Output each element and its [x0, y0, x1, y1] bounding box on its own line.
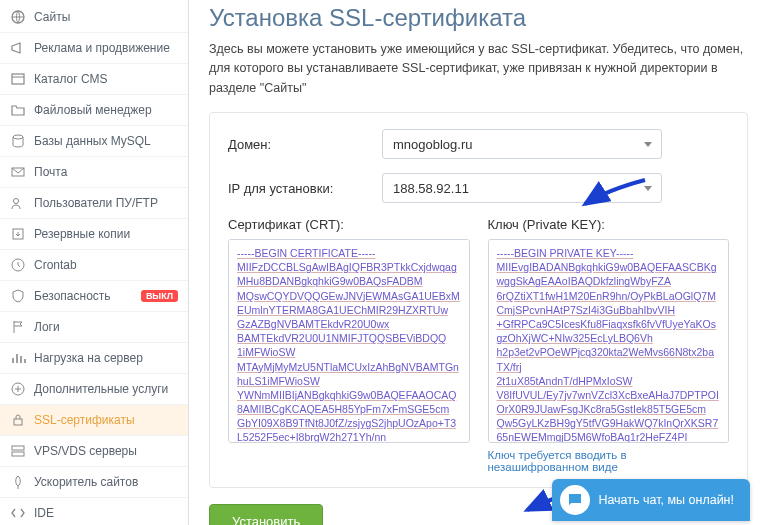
- sidebar-item-8[interactable]: Crontab: [0, 250, 188, 281]
- sidebar-item-label: Базы данных MySQL: [34, 134, 178, 148]
- sidebar-item-14[interactable]: VPS/VDS серверы: [0, 436, 188, 467]
- sidebar-item-4[interactable]: Базы данных MySQL: [0, 126, 188, 157]
- ip-select[interactable]: 188.58.92.11: [382, 173, 662, 203]
- sidebar-item-11[interactable]: Нагрузка на сервер: [0, 343, 188, 374]
- clock-icon: [10, 257, 26, 273]
- lock-icon: [10, 412, 26, 428]
- sidebar-item-9[interactable]: БезопасностьВЫКЛ: [0, 281, 188, 312]
- sidebar-item-16[interactable]: IDE: [0, 498, 188, 525]
- sidebar-item-6[interactable]: Пользователи ПУ/FTP: [0, 188, 188, 219]
- sidebar-item-label: Ускоритель сайтов: [34, 475, 178, 489]
- sidebar-item-0[interactable]: Сайты: [0, 2, 188, 33]
- cert-textarea[interactable]: [228, 239, 470, 443]
- sidebar-item-3[interactable]: Файловый менеджер: [0, 95, 188, 126]
- sidebar-item-1[interactable]: Реклама и продвижение: [0, 33, 188, 64]
- db-icon: [10, 133, 26, 149]
- sidebar-item-12[interactable]: Дополнительные услуги: [0, 374, 188, 405]
- svg-rect-1: [12, 74, 24, 84]
- sidebar-item-5[interactable]: Почта: [0, 157, 188, 188]
- svg-point-2: [13, 135, 23, 139]
- key-textarea[interactable]: [488, 239, 730, 443]
- plus-icon: [10, 381, 26, 397]
- mail-icon: [10, 164, 26, 180]
- domain-select[interactable]: mnogoblog.ru: [382, 129, 662, 159]
- page-description: Здесь вы можете установить уже имеющийся…: [209, 40, 748, 98]
- ssl-install-panel: Домен: mnogoblog.ru IP для установки: 18…: [209, 112, 748, 488]
- backup-icon: [10, 226, 26, 242]
- chat-icon: [560, 485, 590, 515]
- sidebar-item-label: Безопасность: [34, 289, 133, 303]
- sidebar-item-label: Пользователи ПУ/FTP: [34, 196, 178, 210]
- chat-widget[interactable]: Начать чат, мы онлайн!: [552, 479, 750, 521]
- shield-icon: [10, 288, 26, 304]
- sidebar-item-label: Резервные копии: [34, 227, 178, 241]
- catalog-icon: [10, 71, 26, 87]
- badge: ВЫКЛ: [141, 290, 178, 302]
- svg-rect-10: [12, 452, 24, 456]
- svg-rect-8: [14, 419, 22, 425]
- cert-label: Сертификат (CRT):: [228, 217, 470, 232]
- bars-icon: [10, 350, 26, 366]
- sidebar-item-15[interactable]: Ускоритель сайтов: [0, 467, 188, 498]
- sidebar-item-label: Сайты: [34, 10, 178, 24]
- sidebar-item-label: SSL-сертификаты: [34, 413, 178, 427]
- users-icon: [10, 195, 26, 211]
- sidebar-item-label: Почта: [34, 165, 178, 179]
- code-icon: [10, 505, 26, 521]
- ip-label: IP для установки:: [228, 181, 368, 196]
- main-content: Установка SSL-сертификата Здесь вы может…: [189, 0, 768, 525]
- sidebar-item-10[interactable]: Логи: [0, 312, 188, 343]
- install-button[interactable]: Установить: [209, 504, 323, 525]
- sidebar-item-label: Каталог CMS: [34, 72, 178, 86]
- svg-rect-9: [12, 446, 24, 450]
- sidebar: СайтыРеклама и продвижениеКаталог CMSФай…: [0, 0, 189, 525]
- svg-point-4: [14, 199, 19, 204]
- sidebar-item-label: Нагрузка на сервер: [34, 351, 178, 365]
- page-title: Установка SSL-сертификата: [209, 4, 748, 32]
- flag-icon: [10, 319, 26, 335]
- rocket-icon: [10, 474, 26, 490]
- server-icon: [10, 443, 26, 459]
- sidebar-item-label: VPS/VDS серверы: [34, 444, 178, 458]
- megaphone-icon: [10, 40, 26, 56]
- key-label: Ключ (Private KEY):: [488, 217, 730, 232]
- sidebar-item-label: Файловый менеджер: [34, 103, 178, 117]
- sidebar-item-label: Дополнительные услуги: [34, 382, 178, 396]
- sidebar-item-label: Логи: [34, 320, 178, 334]
- sidebar-item-13[interactable]: SSL-сертификаты: [0, 405, 188, 436]
- folder-icon: [10, 102, 26, 118]
- sidebar-item-label: IDE: [34, 506, 178, 520]
- sidebar-item-label: Crontab: [34, 258, 178, 272]
- sidebar-item-7[interactable]: Резервные копии: [0, 219, 188, 250]
- domain-label: Домен:: [228, 137, 368, 152]
- sidebar-item-label: Реклама и продвижение: [34, 41, 178, 55]
- key-note: Ключ требуется вводить в незашифрованном…: [488, 449, 730, 473]
- globe-icon: [10, 9, 26, 25]
- sidebar-item-2[interactable]: Каталог CMS: [0, 64, 188, 95]
